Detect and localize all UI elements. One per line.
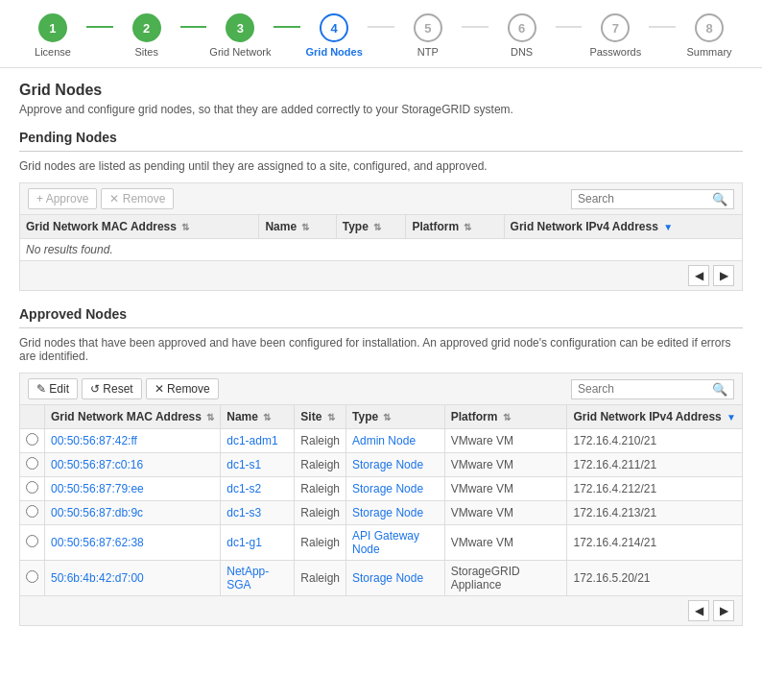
pending-col-platform[interactable]: Platform ⇅ [406, 215, 504, 239]
pending-col-ipv4[interactable]: Grid Network IPv4 Address ▼ [504, 215, 742, 239]
page-title: Grid Nodes [19, 82, 743, 99]
approved-prev-button[interactable]: ◀ [688, 600, 709, 621]
approved-search-icon[interactable]: 🔍 [712, 382, 727, 397]
row-radio-5[interactable] [20, 561, 45, 596]
row-type-3: Storage Node [346, 501, 445, 525]
approved-sort-platform: ⇅ [503, 412, 511, 422]
approved-table-row[interactable]: 50:6b:4b:42:d7:00 NetApp-SGA Raleigh Sto… [20, 561, 743, 596]
approved-col-name[interactable]: Name ⇅ [221, 405, 295, 429]
approved-search-input[interactable] [578, 382, 712, 396]
pending-toolbar: + Approve ✕ Remove 🔍 [19, 182, 743, 214]
pending-nodes-section: Pending Nodes Grid nodes are listed as p… [19, 130, 743, 291]
step-label-6: DNS [511, 46, 533, 58]
row-ipv4-2: 172.16.4.212/21 [567, 477, 743, 501]
approved-pagination: ◀ ▶ [19, 596, 743, 626]
step-circle-3: 3 [226, 13, 254, 42]
step-circle-7: 7 [601, 13, 630, 42]
approved-search-box[interactable]: 🔍 [571, 379, 734, 399]
approved-col-ipv4[interactable]: Grid Network IPv4 Address ▼ [567, 405, 743, 429]
row-name-2: dc1-s2 [221, 477, 295, 501]
row-site-1: Raleigh [295, 453, 346, 477]
row-mac-4: 00:50:56:87:62:38 [45, 525, 221, 561]
approved-col-mac[interactable]: Grid Network MAC Address ⇅ [45, 405, 221, 429]
row-radio-4[interactable] [20, 525, 45, 561]
step-label-7: Passwords [589, 46, 641, 58]
pending-next-button[interactable]: ▶ [713, 265, 734, 286]
sort-name-icon: ⇅ [301, 222, 309, 232]
row-ipv4-3: 172.16.4.213/21 [567, 501, 743, 525]
approved-col-platform[interactable]: Platform ⇅ [444, 405, 567, 429]
connector-7-8 [649, 26, 676, 28]
row-radio-2[interactable] [20, 477, 45, 501]
approved-table-row[interactable]: 00:50:56:87:62:38 dc1-g1 Raleigh API Gat… [20, 525, 743, 561]
pending-link: pending [144, 159, 185, 173]
pending-info: Grid nodes are listed as pending until t… [19, 159, 743, 173]
pending-remove-button[interactable]: ✕ Remove [101, 188, 174, 209]
approved-table-row[interactable]: 00:50:56:87:79:ee dc1-s2 Raleigh Storage… [20, 477, 743, 501]
row-site-4: Raleigh [295, 525, 346, 561]
approved-table-row[interactable]: 00:50:56:87:c0:16 dc1-s1 Raleigh Storage… [20, 453, 743, 477]
step-label-2: Sites [134, 46, 157, 58]
row-type-1: Storage Node [346, 453, 445, 477]
pending-divider [19, 151, 743, 152]
approved-nodes-section: Approved Nodes Grid nodes that have been… [19, 306, 743, 626]
edit-button[interactable]: ✎ Edit [28, 378, 78, 399]
row-radio-0[interactable] [20, 429, 45, 453]
approved-info: Grid nodes that have been approved and h… [19, 336, 743, 363]
pending-prev-button[interactable]: ◀ [688, 265, 709, 286]
sort-platform-icon: ⇅ [464, 222, 471, 232]
step-grid-nodes[interactable]: 4 Grid Nodes [300, 13, 368, 58]
row-name-4: dc1-g1 [221, 525, 295, 561]
pending-col-name[interactable]: Name ⇅ [259, 215, 336, 239]
connector-1-2 [86, 26, 113, 28]
row-mac-1: 00:50:56:87:c0:16 [45, 453, 221, 477]
row-mac-3: 00:50:56:87:db:9c [45, 501, 221, 525]
row-site-0: Raleigh [295, 429, 346, 453]
row-radio-3[interactable] [20, 501, 45, 525]
pending-col-type[interactable]: Type ⇅ [336, 215, 406, 239]
approved-next-button[interactable]: ▶ [713, 600, 734, 621]
approve-button[interactable]: + Approve [28, 188, 97, 209]
step-ntp[interactable]: 5 NTP [394, 13, 462, 58]
row-site-2: Raleigh [295, 477, 346, 501]
main-content: Grid Nodes Approve and configure grid no… [0, 68, 762, 655]
approved-sort-site: ⇅ [327, 412, 335, 422]
pending-search-icon[interactable]: 🔍 [712, 192, 727, 206]
approved-remove-button[interactable]: ✕ Remove [146, 378, 219, 399]
step-label-3: Grid Network [209, 46, 271, 58]
page-description: Approve and configure grid nodes, so tha… [19, 103, 743, 116]
row-radio-1[interactable] [20, 453, 45, 477]
pending-col-mac[interactable]: Grid Network MAC Address ⇅ [20, 215, 259, 239]
step-circle-4: 4 [320, 13, 348, 42]
row-name-3: dc1-s3 [221, 501, 295, 525]
approved-sort-type: ⇅ [383, 412, 391, 422]
step-sites[interactable]: 2 Sites [113, 13, 180, 58]
step-dns[interactable]: 6 DNS [488, 13, 556, 58]
pending-search-input[interactable] [578, 192, 712, 205]
connector-2-3 [180, 26, 207, 28]
step-summary[interactable]: 8 Summary [676, 13, 743, 58]
row-ipv4-4: 172.16.4.214/21 [567, 525, 743, 561]
pending-pagination: ◀ ▶ [19, 261, 743, 291]
connector-5-6 [462, 26, 488, 28]
step-grid-network[interactable]: 3 Grid Network [206, 13, 274, 58]
approved-col-site[interactable]: Site ⇅ [295, 405, 346, 429]
approved-toolbar-buttons: ✎ Edit ↺ Reset ✕ Remove [28, 378, 219, 399]
row-type-5: Storage Node [346, 561, 445, 596]
step-label-8: Summary [686, 46, 731, 58]
step-circle-5: 5 [414, 13, 442, 42]
approved-divider [19, 327, 743, 328]
step-license[interactable]: 1 License [19, 13, 86, 58]
step-passwords[interactable]: 7 Passwords [582, 13, 649, 58]
approved-col-type[interactable]: Type ⇅ [346, 405, 445, 429]
connector-6-7 [556, 26, 583, 28]
pending-search-box[interactable]: 🔍 [571, 189, 734, 209]
row-platform-5: StorageGRID Appliance [444, 561, 567, 596]
approved-table-row[interactable]: 00:50:56:87:db:9c dc1-s3 Raleigh Storage… [20, 501, 743, 525]
sort-type-icon: ⇅ [373, 222, 381, 232]
reset-button[interactable]: ↺ Reset [82, 378, 142, 399]
approved-table-row[interactable]: 00:50:56:87:42:ff dc1-adm1 Raleigh Admin… [20, 429, 743, 453]
approved-info-text1: Grid nodes that have been approved and h… [19, 336, 491, 350]
row-platform-1: VMware VM [444, 453, 567, 477]
sort-mac-icon: ⇅ [181, 222, 189, 232]
